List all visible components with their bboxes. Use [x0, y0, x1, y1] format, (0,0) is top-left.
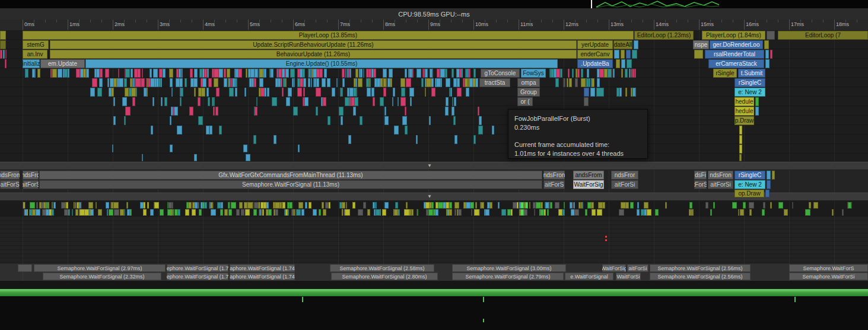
timeline-microbar[interactable]	[416, 135, 418, 144]
timeline-segment[interactable]: Semaphore.WaitForSignal (2.80ms)	[331, 273, 438, 280]
timeline-segment[interactable]: ndsFro	[23, 171, 39, 180]
timeline-microbar[interactable]	[392, 97, 393, 106]
timeline-microbar[interactable]	[393, 88, 395, 97]
timeline-microbar[interactable]	[647, 209, 651, 216]
timeline-segment[interactable]: andsFrom	[573, 171, 604, 180]
timeline-microbar[interactable]	[560, 69, 563, 78]
timeline-microbar[interactable]	[445, 107, 449, 116]
timeline-segment[interactable]: Update.ScriptRunBehaviourUpdate (11.26ms…	[50, 40, 577, 49]
timeline-segment[interactable]: BehaviourUpdate (11.26ms)	[50, 50, 577, 59]
timeline-fragment[interactable]	[634, 40, 638, 49]
timeline-microbar[interactable]	[293, 107, 297, 116]
timeline-microbar[interactable]	[498, 202, 500, 209]
timeline-microbar[interactable]	[597, 209, 602, 216]
timeline-microbar[interactable]	[562, 209, 565, 216]
timeline-microbar[interactable]	[367, 88, 370, 97]
timeline-microbar[interactable]	[194, 88, 196, 97]
timeline-microbar[interactable]	[209, 126, 212, 134]
timeline-microbar[interactable]	[574, 209, 580, 216]
timeline-microbar[interactable]	[604, 69, 608, 78]
timeline-microbar[interactable]	[384, 202, 389, 209]
timeline-microbar[interactable]	[400, 78, 405, 87]
timeline-microbar[interactable]	[246, 154, 251, 161]
timeline-microbar[interactable]	[285, 209, 288, 216]
timeline-microbar[interactable]	[430, 69, 433, 78]
timeline-microbar[interactable]	[37, 69, 40, 78]
timeline-microbar[interactable]	[353, 107, 356, 116]
timeline-microbar[interactable]	[125, 69, 130, 78]
timeline-microbar[interactable]	[185, 78, 187, 87]
timeline-segment[interactable]: ndsFror	[611, 171, 638, 180]
timeline-microbar[interactable]	[848, 202, 851, 209]
timeline-microbar[interactable]	[144, 88, 147, 97]
timeline-microbar[interactable]	[259, 209, 261, 216]
timeline-microbar[interactable]	[809, 202, 811, 209]
timeline-microbar[interactable]	[469, 69, 470, 78]
timeline-microbar[interactable]	[214, 78, 218, 87]
timeline-microbar[interactable]	[842, 209, 844, 216]
timeline-microbar[interactable]	[568, 69, 570, 78]
timeline-microbar[interactable]	[216, 88, 219, 97]
timeline-microbar[interactable]	[106, 202, 110, 209]
timeline-microbar[interactable]	[316, 78, 319, 87]
timeline-segment[interactable]: tForS	[694, 180, 707, 189]
timeline-microbar[interactable]	[201, 202, 203, 209]
timeline-microbar[interactable]	[578, 202, 581, 209]
timeline-microbar[interactable]	[625, 88, 627, 97]
timeline-microbar[interactable]	[738, 209, 739, 216]
timeline-microbar[interactable]	[304, 97, 309, 106]
timeline-segment[interactable]: Semaphore.WaitForSi	[789, 273, 868, 280]
timeline-microbar[interactable]	[363, 69, 364, 78]
timeline-microbar[interactable]	[296, 209, 300, 216]
timeline-segment[interactable]: aitForS	[543, 180, 565, 189]
timeline-fragment[interactable]	[5, 59, 7, 68]
timeline-microbar[interactable]	[485, 209, 489, 216]
timeline-microbar[interactable]	[621, 202, 626, 209]
timeline-microbar[interactable]	[621, 69, 622, 78]
timeline-fragment[interactable]	[767, 171, 771, 180]
timeline-microbar[interactable]	[194, 154, 196, 161]
timeline-microbar[interactable]	[572, 202, 574, 209]
timeline-microbar[interactable]	[616, 88, 619, 97]
timeline-microbar[interactable]	[124, 78, 126, 87]
timeline-microbar[interactable]	[367, 209, 370, 216]
timeline-microbar[interactable]	[245, 209, 250, 216]
timeline-segment[interactable]: aitForSi	[611, 180, 638, 189]
timeline-microbar[interactable]	[249, 78, 252, 87]
timeline-microbar[interactable]	[218, 69, 222, 78]
timeline-microbar[interactable]	[52, 202, 53, 209]
timeline-fragment[interactable]	[739, 154, 742, 161]
timeline-microbar[interactable]	[533, 202, 536, 209]
timeline-microbar[interactable]	[373, 69, 376, 78]
timeline-microbar[interactable]	[534, 209, 536, 216]
timeline-microbar[interactable]	[171, 88, 173, 97]
timeline-microbar[interactable]	[201, 88, 205, 97]
timeline-microbar[interactable]	[24, 209, 27, 216]
timeline-microbar[interactable]	[463, 78, 465, 87]
timeline-segment[interactable]: Semaphore.WaitForSignal (2.97ms)	[34, 264, 166, 272]
timeline-microbar[interactable]	[111, 88, 114, 97]
timeline-microbar[interactable]	[271, 69, 274, 78]
timeline-microbar[interactable]	[383, 78, 386, 87]
timeline-microbar[interactable]	[547, 209, 549, 216]
timeline-microbar[interactable]	[417, 209, 418, 216]
timeline-microbar[interactable]	[36, 202, 38, 209]
timeline-microbar[interactable]	[471, 209, 472, 216]
timeline-microbar[interactable]	[452, 107, 454, 116]
timeline-microbar[interactable]	[260, 88, 265, 97]
timeline-microbar[interactable]	[637, 202, 639, 209]
timeline-microbar[interactable]	[148, 78, 151, 87]
timeline-microbar[interactable]	[207, 69, 209, 78]
timeline-microbar[interactable]	[433, 209, 435, 216]
timeline-microbar[interactable]	[131, 69, 133, 78]
timeline-microbar[interactable]	[564, 78, 565, 87]
timeline-microbar[interactable]	[336, 78, 338, 87]
timeline-microbar[interactable]	[585, 209, 587, 216]
timeline-segment[interactable]: ger.DoRenderLoo	[710, 40, 763, 49]
timeline-microbar[interactable]	[311, 69, 312, 78]
timeline-microbar[interactable]	[581, 69, 583, 78]
timeline-microbar[interactable]	[431, 88, 436, 97]
timeline-microbar[interactable]	[446, 78, 451, 87]
timeline-microbar[interactable]	[25, 69, 26, 78]
timeline-microbar[interactable]	[466, 202, 470, 209]
